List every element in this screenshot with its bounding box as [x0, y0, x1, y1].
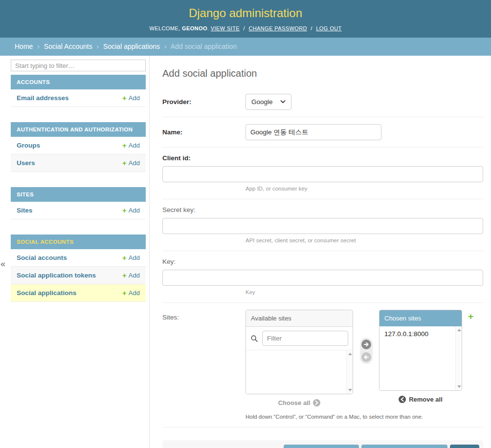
remove-all-arrow-icon [399, 396, 406, 403]
link-separator: / [311, 25, 312, 31]
sidebar-toggle-column: « [0, 56, 11, 448]
selector-move-buttons [360, 338, 373, 364]
sites-selector-row: Sites: Available sites [162, 310, 483, 406]
plus-icon: + [122, 94, 127, 102]
save-and-add-another-button[interactable]: Save and add another [284, 445, 359, 448]
key-label: Key: [162, 258, 483, 265]
model-link[interactable]: Email addresses [17, 94, 69, 102]
scroll-down-icon[interactable] [457, 385, 461, 388]
scroll-up-icon[interactable] [348, 353, 352, 355]
sites-help-text: Hold down “Control”, or “Command” on a M… [246, 414, 483, 420]
available-filter-input[interactable] [262, 331, 348, 346]
sites-dual-selector: Available sites [246, 310, 473, 406]
add-link[interactable]: +Add [122, 142, 140, 149]
site-title-link[interactable]: Django administration [189, 6, 302, 20]
breadcrumb-separator: › [164, 43, 167, 50]
key-input[interactable] [162, 270, 483, 286]
form-row-name: Name: [162, 117, 483, 148]
scrollbar[interactable] [346, 350, 353, 394]
sidebar-filter-input[interactable] [11, 60, 146, 71]
choose-all-label: Choose all [278, 399, 311, 406]
view-site-link[interactable]: VIEW SITE [211, 25, 240, 31]
model-link[interactable]: Sites [17, 207, 32, 214]
breadcrumb-social-accounts[interactable]: Social Accounts [44, 43, 92, 50]
save-and-continue-editing-button[interactable]: Save and continue editing [361, 445, 447, 448]
add-link[interactable]: +Add [122, 207, 140, 214]
available-sites-column: Available sites [246, 310, 353, 406]
plus-icon: + [122, 142, 127, 149]
sidebar-item-social-application-tokens[interactable]: Social application tokens +Add [11, 267, 146, 284]
add-link[interactable]: +Add [122, 272, 140, 279]
chosen-site-option[interactable]: 127.0.0.1:8000 [379, 326, 462, 341]
chosen-sites-list[interactable]: 127.0.0.1:8000 [379, 326, 462, 390]
available-sites-header: Available sites [246, 310, 353, 327]
sidebar-module-auth: AUTHENTICATION AND AUTHORIZATION Groups … [11, 122, 146, 172]
save-button[interactable]: SAVE [450, 445, 479, 448]
move-to-chosen-button[interactable] [361, 340, 371, 349]
add-link[interactable]: +Add [122, 159, 140, 167]
secret-key-input[interactable] [162, 218, 483, 234]
sidebar-module-social-accounts: SOCIAL ACCOUNTS Social accounts +Add Soc… [11, 235, 146, 302]
client-id-input[interactable] [162, 166, 483, 182]
name-label: Name: [162, 128, 246, 136]
choose-all-link[interactable]: Choose all [246, 399, 353, 406]
add-label: Add [129, 254, 140, 261]
provider-select[interactable]: Google [246, 94, 291, 110]
chosen-sites-header: Chosen sites [379, 310, 462, 326]
add-label: Add [129, 289, 140, 297]
add-link[interactable]: +Add [122, 254, 140, 261]
add-site-plus-icon[interactable]: + [468, 312, 473, 321]
plus-icon: + [122, 272, 127, 279]
add-link[interactable]: +Add [122, 94, 140, 102]
sidebar-module-sites: SITES Sites +Add [11, 187, 146, 219]
remove-all-link[interactable]: Remove all [379, 396, 462, 403]
form-row-client-id: Client id: App ID, or consumer key [162, 148, 483, 199]
scrollbar[interactable] [455, 326, 462, 390]
user-tools: WELCOME, GEONOO. VIEW SITE / CHANGE PASS… [0, 25, 491, 31]
sidebar-item-social-applications[interactable]: Social applications +Add [11, 284, 146, 302]
log-out-link[interactable]: LOG OUT [316, 25, 341, 31]
welcome-text: WELCOME, [149, 25, 180, 31]
name-input[interactable] [246, 124, 381, 140]
provider-label: Provider: [162, 98, 246, 106]
add-label: Add [129, 159, 140, 167]
sidebar-item-email-addresses[interactable]: Email addresses +Add [11, 89, 146, 107]
change-password-link[interactable]: CHANGE PASSWORD [248, 25, 307, 31]
add-label: Add [129, 94, 140, 102]
available-sites-box: Available sites [246, 310, 353, 394]
plus-icon: + [122, 159, 127, 167]
sites-label: Sites: [162, 310, 246, 321]
model-link[interactable]: Groups [17, 142, 40, 149]
sidebar-collapse-icon[interactable]: « [0, 259, 5, 269]
form-row-sites: Sites: Available sites [162, 303, 483, 427]
sidebar-item-social-accounts[interactable]: Social accounts +Add [11, 249, 146, 267]
model-link[interactable]: Social accounts [17, 254, 67, 261]
breadcrumb-social-applications[interactable]: Social applications [103, 43, 160, 50]
key-help: Key [246, 289, 483, 295]
add-label: Add [129, 272, 140, 279]
remove-all-label: Remove all [409, 396, 443, 403]
model-link[interactable]: Social applications [17, 289, 76, 297]
sidebar-item-sites[interactable]: Sites +Add [11, 202, 146, 219]
move-to-available-button[interactable] [361, 352, 371, 362]
plus-icon: + [122, 207, 127, 214]
secret-key-help: API secret, client secret, or consumer s… [246, 237, 483, 243]
breadcrumb-current: Add social application [171, 43, 237, 50]
breadcrumb-home[interactable]: Home [15, 43, 33, 50]
scroll-up-icon[interactable] [457, 329, 461, 331]
secret-key-label: Secret key: [162, 206, 483, 213]
available-sites-list[interactable] [246, 350, 353, 394]
model-link[interactable]: Social application tokens [17, 272, 96, 279]
module-caption: SITES [11, 187, 146, 202]
available-filter-row [246, 327, 353, 350]
add-label: Add [129, 207, 140, 214]
page-title: Add social application [162, 68, 483, 79]
sidebar-item-groups[interactable]: Groups +Add [11, 137, 146, 154]
sidebar-item-users[interactable]: Users +Add [11, 154, 146, 172]
add-link[interactable]: +Add [122, 289, 140, 297]
model-link[interactable]: Users [17, 159, 35, 167]
admin-header: Django administration WELCOME, GEONOO. V… [0, 0, 491, 38]
link-separator: / [243, 25, 245, 31]
scroll-down-icon[interactable] [348, 389, 352, 391]
sidebar-module-accounts: ACCOUNTS Email addresses +Add [11, 75, 146, 107]
